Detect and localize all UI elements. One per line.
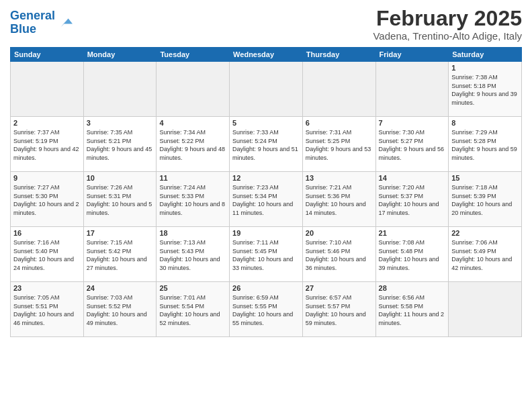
day-info: Sunrise: 7:16 AM Sunset: 5:40 PM Dayligh… bbox=[13, 238, 81, 272]
calendar-day-cell: 15Sunrise: 7:18 AM Sunset: 5:39 PM Dayli… bbox=[449, 172, 522, 227]
calendar-day-cell bbox=[302, 62, 375, 117]
calendar-day-cell: 21Sunrise: 7:08 AM Sunset: 5:48 PM Dayli… bbox=[375, 227, 449, 282]
day-info: Sunrise: 7:34 AM Sunset: 5:22 PM Dayligh… bbox=[159, 128, 226, 162]
col-header-sunday: Sunday bbox=[11, 48, 84, 62]
day-number: 26 bbox=[232, 284, 300, 292]
calendar-day-cell bbox=[230, 62, 303, 117]
day-info: Sunrise: 7:03 AM Sunset: 5:52 PM Dayligh… bbox=[87, 293, 154, 327]
day-info: Sunrise: 7:30 AM Sunset: 5:27 PM Dayligh… bbox=[379, 128, 446, 162]
calendar-week-4: 16Sunrise: 7:16 AM Sunset: 5:40 PM Dayli… bbox=[11, 227, 522, 282]
day-info: Sunrise: 7:27 AM Sunset: 5:30 PM Dayligh… bbox=[13, 183, 81, 217]
day-number: 24 bbox=[87, 284, 154, 292]
day-info: Sunrise: 6:57 AM Sunset: 5:57 PM Dayligh… bbox=[306, 293, 373, 327]
day-number: 9 bbox=[13, 174, 81, 182]
logo-icon bbox=[56, 16, 73, 30]
calendar-day-cell: 17Sunrise: 7:15 AM Sunset: 5:42 PM Dayli… bbox=[83, 227, 157, 282]
day-info: Sunrise: 7:23 AM Sunset: 5:34 PM Dayligh… bbox=[232, 183, 300, 217]
day-number: 23 bbox=[13, 284, 81, 292]
calendar-day-cell: 6Sunrise: 7:31 AM Sunset: 5:25 PM Daylig… bbox=[302, 117, 375, 172]
logo-blue: Blue bbox=[10, 22, 36, 36]
calendar-day-cell bbox=[375, 62, 449, 117]
calendar-container: General Blue February 2025 Vadena, Trent… bbox=[0, 0, 532, 344]
day-info: Sunrise: 7:24 AM Sunset: 5:33 PM Dayligh… bbox=[159, 183, 226, 217]
col-header-thursday: Thursday bbox=[302, 48, 375, 62]
day-info: Sunrise: 7:05 AM Sunset: 5:51 PM Dayligh… bbox=[13, 293, 81, 327]
calendar-day-cell: 26Sunrise: 6:59 AM Sunset: 5:55 PM Dayli… bbox=[230, 282, 303, 337]
calendar-day-cell: 27Sunrise: 6:57 AM Sunset: 5:57 PM Dayli… bbox=[302, 282, 375, 337]
day-number: 8 bbox=[451, 119, 519, 127]
day-info: Sunrise: 6:59 AM Sunset: 5:55 PM Dayligh… bbox=[232, 293, 300, 327]
day-number: 10 bbox=[87, 174, 154, 182]
day-number: 13 bbox=[306, 174, 373, 182]
calendar-day-cell bbox=[449, 282, 522, 337]
day-number: 6 bbox=[306, 119, 373, 127]
day-info: Sunrise: 7:31 AM Sunset: 5:25 PM Dayligh… bbox=[306, 128, 373, 162]
day-info: Sunrise: 7:06 AM Sunset: 5:49 PM Dayligh… bbox=[451, 238, 519, 272]
calendar-day-cell: 24Sunrise: 7:03 AM Sunset: 5:52 PM Dayli… bbox=[83, 282, 157, 337]
day-number: 22 bbox=[451, 229, 519, 237]
calendar-week-2: 2Sunrise: 7:37 AM Sunset: 5:19 PM Daylig… bbox=[11, 117, 522, 172]
calendar-header: General Blue February 2025 Vadena, Trent… bbox=[10, 7, 522, 42]
day-number: 5 bbox=[232, 119, 300, 127]
calendar-day-cell: 4Sunrise: 7:34 AM Sunset: 5:22 PM Daylig… bbox=[157, 117, 230, 172]
logo-general: General bbox=[10, 9, 55, 22]
calendar-day-cell: 19Sunrise: 7:11 AM Sunset: 5:45 PM Dayli… bbox=[230, 227, 303, 282]
calendar-day-cell: 14Sunrise: 7:20 AM Sunset: 5:37 PM Dayli… bbox=[375, 172, 449, 227]
day-info: Sunrise: 7:10 AM Sunset: 5:46 PM Dayligh… bbox=[306, 238, 373, 272]
day-info: Sunrise: 7:13 AM Sunset: 5:43 PM Dayligh… bbox=[159, 238, 226, 272]
calendar-day-cell: 1Sunrise: 7:38 AM Sunset: 5:18 PM Daylig… bbox=[449, 62, 522, 117]
calendar-day-cell: 12Sunrise: 7:23 AM Sunset: 5:34 PM Dayli… bbox=[230, 172, 303, 227]
calendar-header-row: Sunday Monday Tuesday Wednesday Thursday… bbox=[11, 48, 522, 62]
day-info: Sunrise: 7:11 AM Sunset: 5:45 PM Dayligh… bbox=[232, 238, 300, 272]
calendar-day-cell: 18Sunrise: 7:13 AM Sunset: 5:43 PM Dayli… bbox=[157, 227, 230, 282]
day-info: Sunrise: 7:18 AM Sunset: 5:39 PM Dayligh… bbox=[451, 183, 519, 217]
day-info: Sunrise: 7:15 AM Sunset: 5:42 PM Dayligh… bbox=[87, 238, 154, 272]
calendar-week-5: 23Sunrise: 7:05 AM Sunset: 5:51 PM Dayli… bbox=[11, 282, 522, 337]
day-info: Sunrise: 7:35 AM Sunset: 5:21 PM Dayligh… bbox=[87, 128, 154, 162]
title-area: February 2025 Vadena, Trentino-Alto Adig… bbox=[373, 7, 522, 42]
day-info: Sunrise: 7:29 AM Sunset: 5:28 PM Dayligh… bbox=[451, 128, 519, 162]
day-number: 15 bbox=[451, 174, 519, 182]
day-info: Sunrise: 7:38 AM Sunset: 5:18 PM Dayligh… bbox=[451, 73, 519, 107]
day-number: 17 bbox=[87, 229, 154, 237]
day-number: 25 bbox=[159, 284, 226, 292]
logo-text: General Blue bbox=[10, 9, 73, 36]
day-number: 19 bbox=[232, 229, 300, 237]
calendar-day-cell: 3Sunrise: 7:35 AM Sunset: 5:21 PM Daylig… bbox=[83, 117, 157, 172]
calendar-week-1: 1Sunrise: 7:38 AM Sunset: 5:18 PM Daylig… bbox=[11, 62, 522, 117]
day-number: 3 bbox=[87, 119, 154, 127]
calendar-day-cell: 13Sunrise: 7:21 AM Sunset: 5:36 PM Dayli… bbox=[302, 172, 375, 227]
calendar-day-cell bbox=[83, 62, 157, 117]
calendar-day-cell: 20Sunrise: 7:10 AM Sunset: 5:46 PM Dayli… bbox=[302, 227, 375, 282]
calendar-day-cell: 9Sunrise: 7:27 AM Sunset: 5:30 PM Daylig… bbox=[11, 172, 84, 227]
day-number: 18 bbox=[159, 229, 226, 237]
day-info: Sunrise: 7:37 AM Sunset: 5:19 PM Dayligh… bbox=[13, 128, 81, 162]
col-header-tuesday: Tuesday bbox=[157, 48, 230, 62]
day-number: 4 bbox=[159, 119, 226, 127]
day-number: 16 bbox=[13, 229, 81, 237]
day-number: 11 bbox=[159, 174, 226, 182]
calendar-day-cell: 10Sunrise: 7:26 AM Sunset: 5:31 PM Dayli… bbox=[83, 172, 157, 227]
col-header-monday: Monday bbox=[83, 48, 157, 62]
calendar-day-cell: 16Sunrise: 7:16 AM Sunset: 5:40 PM Dayli… bbox=[11, 227, 84, 282]
day-info: Sunrise: 7:08 AM Sunset: 5:48 PM Dayligh… bbox=[379, 238, 446, 272]
calendar-day-cell: 5Sunrise: 7:33 AM Sunset: 5:24 PM Daylig… bbox=[230, 117, 303, 172]
month-year-title: February 2025 bbox=[373, 7, 522, 30]
day-number: 1 bbox=[451, 64, 519, 72]
calendar-day-cell: 28Sunrise: 6:56 AM Sunset: 5:58 PM Dayli… bbox=[375, 282, 449, 337]
day-info: Sunrise: 7:01 AM Sunset: 5:54 PM Dayligh… bbox=[159, 293, 226, 327]
calendar-day-cell: 8Sunrise: 7:29 AM Sunset: 5:28 PM Daylig… bbox=[449, 117, 522, 172]
day-number: 28 bbox=[379, 284, 446, 292]
day-number: 12 bbox=[232, 174, 300, 182]
day-info: Sunrise: 7:20 AM Sunset: 5:37 PM Dayligh… bbox=[379, 183, 446, 217]
calendar-day-cell bbox=[157, 62, 230, 117]
calendar-day-cell: 22Sunrise: 7:06 AM Sunset: 5:49 PM Dayli… bbox=[449, 227, 522, 282]
day-info: Sunrise: 7:26 AM Sunset: 5:31 PM Dayligh… bbox=[87, 183, 154, 217]
col-header-friday: Friday bbox=[375, 48, 449, 62]
day-number: 20 bbox=[306, 229, 373, 237]
logo: General Blue bbox=[10, 9, 73, 36]
col-header-wednesday: Wednesday bbox=[230, 48, 303, 62]
day-info: Sunrise: 6:56 AM Sunset: 5:58 PM Dayligh… bbox=[379, 293, 446, 327]
svg-marker-1 bbox=[64, 18, 73, 24]
day-number: 14 bbox=[379, 174, 446, 182]
